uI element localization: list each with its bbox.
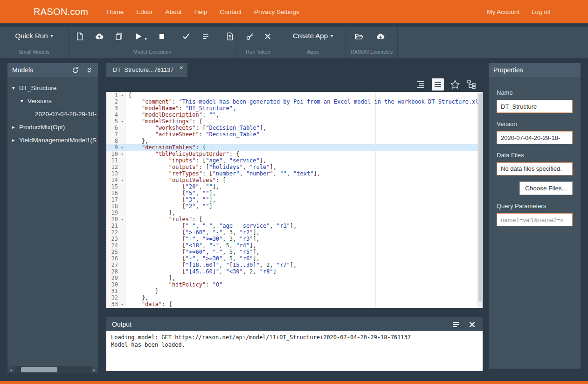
code-line[interactable]: 1▾{ <box>106 92 483 98</box>
fold-icon[interactable]: ▾ <box>119 216 125 223</box>
code-line[interactable]: 3 "modelName": "DT_Structure", <box>106 105 483 112</box>
code-line[interactable]: 16 ["5", ""], <box>106 190 483 196</box>
text-view-button[interactable] <box>432 78 444 91</box>
fold-icon[interactable]: ▾ <box>119 177 125 183</box>
code-line[interactable]: 28 ["[45..60]", "<30", 2, "r8"] <box>106 268 483 275</box>
models-horizontal-scrollbar[interactable]: ◂ ▸ <box>7 366 98 373</box>
code-editor[interactable]: 1▾{2 "comment": "This model has been gen… <box>106 92 483 308</box>
nav-item-editor[interactable]: Editor <box>136 8 152 15</box>
stop-icon[interactable] <box>157 32 166 41</box>
nav-item-help[interactable]: Help <box>194 8 208 15</box>
code-line[interactable]: 9▾ "decisionTables": { <box>106 144 483 151</box>
code-line[interactable]: 25 [">=60", "-", 5, "r5"], <box>106 249 483 255</box>
code-line[interactable]: 30 "hitPolicy": "O" <box>106 281 483 288</box>
brand-logo[interactable]: RASON.com <box>34 7 88 17</box>
editor-toolbar <box>106 77 483 92</box>
tab-dt-structure[interactable]: DT_Structure...761137 × <box>106 63 187 77</box>
tree-item-yieldmanagement[interactable]: ▸ YieldManagementModel1(S <box>7 133 98 147</box>
code-line[interactable]: 8 }, <box>106 138 483 144</box>
close-output-icon[interactable] <box>468 321 476 328</box>
code-line[interactable]: 7 "activeSheet": "Decision_Table" <box>106 131 483 138</box>
quick-run-button[interactable]: Quick Run ▾ <box>15 32 53 40</box>
nav-item-my-account[interactable]: My Account <box>487 8 519 15</box>
code-line[interactable]: 27 ["[18..60]", "[15..30]", 2, "r7"], <box>106 262 483 268</box>
code-line[interactable]: 20▾ "rules": [ <box>106 216 483 223</box>
code-line[interactable]: 21 ["-", "-", "age - service", "r1"], <box>106 223 483 229</box>
output-menu-icon[interactable] <box>452 321 460 328</box>
code-line[interactable]: 32 }, <box>106 294 483 301</box>
tree-item-dt-structure[interactable]: ▾ DT_Structure <box>7 81 98 94</box>
fold-icon[interactable]: ▾ <box>119 144 125 151</box>
code-line[interactable]: 13 "refTypes": ["number", "number", "", … <box>106 170 483 177</box>
scrollbar-thumb[interactable] <box>478 93 482 302</box>
chevron-collapsed-icon[interactable]: ▸ <box>12 137 19 143</box>
code-line[interactable]: 31 } <box>106 288 483 294</box>
scrollbar-thumb[interactable] <box>21 367 57 372</box>
chevron-collapsed-icon[interactable]: ▸ <box>12 124 19 130</box>
nav-item-log-off[interactable]: Log off <box>532 8 551 15</box>
collapse-all-icon[interactable] <box>85 66 93 74</box>
tree-item-versions[interactable]: ▾ Versions <box>7 94 98 107</box>
name-field[interactable] <box>497 100 573 113</box>
close-tab-icon[interactable]: × <box>180 64 183 71</box>
code-line[interactable]: 12 "outputs": ["holidays", "rule"], <box>106 164 483 170</box>
tree-item-version-2020-07-04[interactable]: 2020-07-04-20-29-18- <box>7 107 98 120</box>
code-line[interactable]: 23 ["-", ">=30", 3, "r3"], <box>106 236 483 242</box>
folder-open-icon[interactable] <box>354 32 364 41</box>
code-line[interactable]: 6 "worksheets": ["Decision_Table"], <box>106 125 483 131</box>
run-model-button[interactable]: ▾ <box>134 32 147 41</box>
code-line[interactable]: 14▾ "outputValues": [ <box>106 177 483 183</box>
clear-token-x-icon[interactable] <box>263 32 272 41</box>
code-line[interactable]: 26 ["-", ">=30", 5, "r6"], <box>106 255 483 262</box>
fold-gutter <box>119 262 125 268</box>
check-icon[interactable] <box>181 32 191 41</box>
chevron-expanded-icon[interactable]: ▾ <box>12 85 19 91</box>
code-line[interactable]: 15 ["20", ""], <box>106 183 483 190</box>
copy-icon[interactable] <box>114 32 124 41</box>
version-field[interactable] <box>497 131 573 144</box>
code-line[interactable]: 19 ], <box>106 209 483 216</box>
code-line[interactable]: 29 ], <box>106 275 483 281</box>
nav-item-contact[interactable]: Contact <box>220 8 242 15</box>
star-icon[interactable] <box>450 79 460 90</box>
line-number: 9 <box>106 144 119 151</box>
code-line[interactable]: 10▾ "tblPolicyOutputOrder": { <box>106 151 483 157</box>
format-outline-icon[interactable] <box>415 79 426 90</box>
editor-vertical-scrollbar[interactable] <box>477 92 483 308</box>
code-line[interactable]: 5▾ "modelSettings": { <box>106 118 483 125</box>
fold-icon[interactable]: ▾ <box>119 118 125 125</box>
tree-view-icon[interactable] <box>466 79 477 90</box>
code-line[interactable]: 17 ["3", ""], <box>106 196 483 203</box>
fold-icon[interactable]: ▾ <box>119 151 125 157</box>
rason-examples-group: RASON Examples <box>346 27 398 58</box>
nav-item-about[interactable]: About <box>165 8 181 15</box>
query-parameters-field[interactable] <box>497 213 573 226</box>
new-document-icon[interactable] <box>75 32 84 41</box>
code-line[interactable]: 2 "comment": "This model has been genera… <box>106 98 483 105</box>
code-line[interactable]: 24 ["<18", "-", 5, "r4"], <box>106 242 483 249</box>
scrollbar-track[interactable] <box>14 366 91 373</box>
nav-item-privacy-settings[interactable]: Privacy Settings <box>254 8 299 15</box>
nav-item-home[interactable]: Home <box>107 8 124 15</box>
tree-item-productmix[interactable]: ▸ ProductMix(Opt) <box>7 120 98 133</box>
code-line[interactable]: 11 "inputs": ["age", "service"], <box>106 157 483 164</box>
fold-icon[interactable]: ▾ <box>119 92 125 98</box>
cloud-upload-icon[interactable] <box>95 32 104 41</box>
chevron-expanded-icon[interactable]: ▾ <box>21 98 28 104</box>
refresh-icon[interactable] <box>71 66 79 74</box>
code-line[interactable]: 4 "modelDescription": "", <box>106 112 483 118</box>
results-list-icon[interactable] <box>201 32 210 41</box>
key-icon[interactable] <box>245 32 255 41</box>
choose-files-button[interactable]: Choose Files... <box>519 182 573 195</box>
code-line[interactable]: 33▾ "data": { <box>106 301 483 307</box>
rason-app: RASON.com Home Editor About Help Contact… <box>0 0 588 384</box>
cloud-download-icon[interactable] <box>376 32 385 41</box>
code-line[interactable]: 18 ["2", ""] <box>106 203 483 209</box>
create-app-button[interactable]: Create App ▾ <box>293 32 333 40</box>
code-line[interactable]: 22 [">=60", "-", 3, "r2"], <box>106 229 483 236</box>
fold-gutter <box>119 203 125 209</box>
log-document-icon[interactable] <box>225 32 235 41</box>
fold-icon[interactable]: ▾ <box>119 301 125 307</box>
scroll-right-arrow-icon[interactable]: ▸ <box>91 366 98 373</box>
scroll-left-arrow-icon[interactable]: ◂ <box>7 366 14 373</box>
